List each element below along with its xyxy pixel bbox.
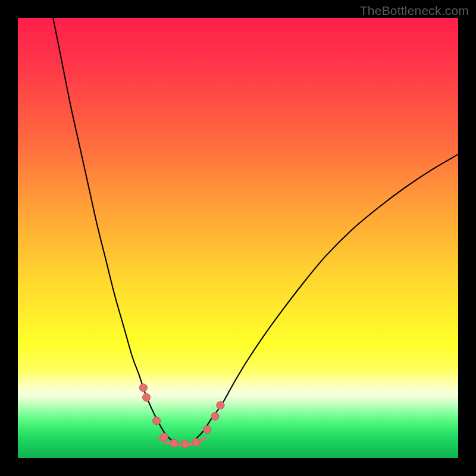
right-curve (194, 154, 458, 440)
curve-layer (18, 18, 458, 458)
marker-dot (217, 402, 224, 409)
marker-dot (203, 425, 211, 433)
watermark-text: TheBottleneck.com (360, 4, 469, 18)
marker-dot (211, 412, 219, 420)
left-curve (53, 18, 172, 440)
marker-dot (160, 433, 168, 441)
marker-dot (192, 439, 200, 446)
marker-dot (152, 416, 160, 424)
marker-dot (142, 393, 150, 401)
marker-dot (181, 440, 189, 448)
markers-group (139, 384, 224, 448)
outer-frame: TheBottleneck.com (0, 0, 476, 476)
marker-dot (170, 439, 178, 447)
plot-area (18, 18, 458, 458)
marker-dot (139, 384, 147, 392)
